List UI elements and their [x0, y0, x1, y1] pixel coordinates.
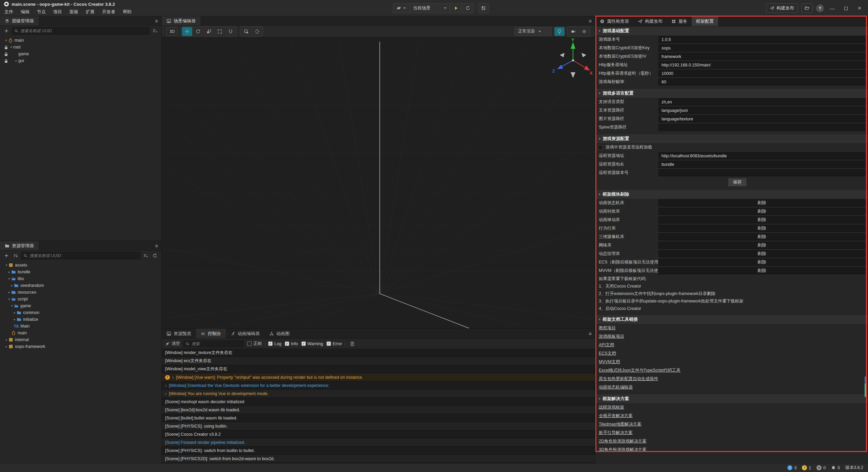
field-input-游戏版本号[interactable]	[658, 36, 865, 43]
create-node-button[interactable]	[3, 27, 10, 34]
menu-扩展[interactable]: 扩展	[82, 8, 98, 16]
field-input-本地数据CryptoES加密Key[interactable]	[658, 44, 865, 52]
move-tool-button[interactable]	[182, 27, 192, 36]
console-tab-资源预览[interactable]: 资源预览	[162, 329, 196, 338]
asset-node-internal[interactable]: ▸internal	[0, 336, 161, 343]
scene-viewport[interactable]: Y X Z	[162, 37, 595, 328]
console-search[interactable]	[183, 340, 244, 347]
console-tab-动画图[interactable]: 动画图	[264, 329, 294, 338]
status-info[interactable]: i3	[787, 465, 796, 470]
log-row[interactable]: [Scene] meshopt wasm decoder initialized	[162, 398, 595, 406]
log-row[interactable]: !›[Window] [Vue warn]: Property "onInput…	[162, 373, 595, 381]
field-input-本地数据CryptoES加密IV[interactable]	[658, 53, 865, 60]
asset-node-game[interactable]: ▾game	[0, 302, 161, 309]
log-row[interactable]: [Scene] [bullet]:bullet wasm lib loaded.	[162, 414, 595, 422]
expand-chevron-icon[interactable]: ›	[172, 375, 174, 380]
section-header-游戏资源配置[interactable]: ▾游戏资源配置	[595, 134, 868, 143]
field-input-远程资源地址[interactable]	[658, 152, 865, 159]
remove-module-button[interactable]: 剔除	[658, 242, 865, 249]
tree-chevron[interactable]: ▸	[7, 291, 11, 294]
hierarchy-node-game[interactable]: game	[0, 51, 161, 57]
tree-chevron[interactable]: ▸	[7, 270, 11, 274]
asset-node-bundle[interactable]: ▸bundle	[0, 269, 161, 275]
link-教程项目[interactable]: 教程项目	[599, 325, 616, 331]
asset-node-seedrandom[interactable]: ▸seedrandom	[0, 282, 161, 289]
gizmo-axis-z-label[interactable]: Z	[552, 68, 555, 74]
gizmo-tool-button[interactable]	[225, 27, 236, 36]
inspector-tab-构建发布[interactable]: 构建发布	[633, 16, 667, 26]
inspector-tab-属性检查器[interactable]: 属性检查器	[595, 16, 633, 26]
remove-module-button[interactable]: 剔除	[658, 199, 865, 206]
console-menu-icon[interactable]: ≡	[589, 331, 595, 336]
rect-tool-button[interactable]	[215, 27, 225, 36]
inspector-tab-框架配置[interactable]: 框架配置	[692, 16, 718, 26]
assets-sort-button[interactable]	[12, 252, 19, 259]
console-tab-动画编辑器[interactable]: 动画编辑器	[226, 329, 264, 338]
log-row[interactable]: [Scene] [PHYSICS2D]: switch from box2d-w…	[162, 455, 595, 463]
asset-node-assets[interactable]: ▾assets	[0, 262, 161, 269]
menu-面板[interactable]: 面板	[66, 8, 82, 16]
open-project-folder-button[interactable]	[801, 3, 813, 13]
tree-chevron[interactable]: ▸	[10, 284, 14, 287]
section-header-框架解决方案[interactable]: ▾框架解决方案	[595, 394, 868, 403]
log-row[interactable]: [Window] render_texture文件夹存在	[162, 349, 595, 357]
console-search-input[interactable]	[192, 341, 242, 346]
filter-Info-checkbox[interactable]: ✓Info	[285, 341, 298, 346]
scale-tool-button[interactable]	[204, 27, 214, 36]
link-游戏模板项目[interactable]: 游戏模板项目	[599, 334, 624, 339]
field-input-图片资源路径[interactable]	[658, 115, 865, 122]
link-战棋游戏框架[interactable]: 战棋游戏框架	[599, 405, 624, 410]
log-row[interactable]: ›[Window] Download the Vue Devtools exte…	[162, 381, 595, 390]
link-原生包热更新配置自动生成插件[interactable]: 原生包热更新配置自动生成插件	[599, 376, 658, 382]
window-maximize-button[interactable]	[841, 5, 851, 11]
field-input-支持语言类型[interactable]	[658, 98, 865, 105]
gizmo-axis-x-label[interactable]: X	[590, 71, 593, 76]
tab-assets[interactable]: 资源管理器	[0, 241, 39, 250]
expand-chevron-icon[interactable]: ›	[165, 391, 166, 396]
tree-chevron[interactable]: ▾	[4, 39, 8, 42]
remove-module-button[interactable]: 剔除	[658, 216, 865, 223]
scene-menu-icon[interactable]: ≡	[589, 18, 595, 24]
scene-camera-button[interactable]	[568, 27, 578, 36]
field-input-Http服务器地址[interactable]	[658, 61, 865, 68]
filter-Error-checkbox[interactable]: ✓Error	[327, 341, 342, 346]
assets-search-input[interactable]	[29, 253, 138, 258]
status-notifications[interactable]: 0	[831, 466, 840, 470]
asset-node-common[interactable]: ▸common	[0, 309, 161, 316]
tree-chevron[interactable]: ▾	[9, 45, 13, 49]
link-2D角色扮演游戏解决方案[interactable]: 2D角色扮演游戏解决方案	[599, 438, 647, 444]
link-API文档[interactable]: API文档	[599, 342, 614, 348]
expand-chevron-icon[interactable]: ›	[165, 383, 166, 388]
assets-filter-button[interactable]	[142, 252, 150, 259]
hierarchy-node-gui[interactable]: ▸gui	[0, 57, 161, 64]
asset-node-libs[interactable]: ▾libs	[0, 275, 161, 282]
section-header-框架文档工具链接[interactable]: ▾框架文档工具链接	[595, 315, 868, 324]
log-row[interactable]: [Scene] Cocos Creator v3.8.2	[162, 430, 595, 438]
asset-node-script[interactable]: ▾script	[0, 296, 161, 302]
remove-module-button[interactable]: 剔除	[658, 250, 865, 257]
field-input-文本资源路径[interactable]	[658, 107, 865, 114]
link-全栈开发解决方案[interactable]: 全栈开发解决方案	[599, 413, 633, 419]
menu-开发者[interactable]: 开发者	[98, 8, 119, 16]
hierarchy-node-main[interactable]: ▾main	[0, 37, 161, 44]
section-header-框架模块剔除[interactable]: ▾框架模块剔除	[595, 190, 868, 199]
field-input-远程资源版本号[interactable]	[658, 169, 865, 176]
console-tab-控制台[interactable]: 控制台	[196, 329, 226, 338]
remove-module-button[interactable]: 剔除	[658, 233, 865, 240]
log-row[interactable]: [Window] ecs文件夹存在	[162, 357, 595, 365]
restart-button[interactable]	[462, 3, 474, 13]
assets-refresh-button[interactable]	[151, 252, 159, 259]
window-minimize-button[interactable]: —	[827, 5, 837, 11]
tree-chevron[interactable]: ▾	[10, 304, 14, 308]
link-MVVM文档[interactable]: MVVM文档	[599, 359, 620, 365]
tree-chevron[interactable]: ▸	[14, 59, 18, 62]
menu-项目[interactable]: 项目	[50, 8, 66, 16]
hierarchy-search-input[interactable]	[20, 28, 147, 33]
hierarchy-filter-button[interactable]	[151, 27, 159, 34]
remove-module-button[interactable]: 剔除	[658, 259, 865, 266]
remove-module-button[interactable]: 剔除	[658, 208, 865, 215]
remove-module-button[interactable]: 剔除	[658, 225, 865, 232]
build-publish-button[interactable]: 构建发布	[766, 3, 798, 13]
link-动画状态机编辑器[interactable]: 动画状态机编辑器	[599, 385, 633, 390]
menu-编辑[interactable]: 编辑	[17, 8, 33, 16]
